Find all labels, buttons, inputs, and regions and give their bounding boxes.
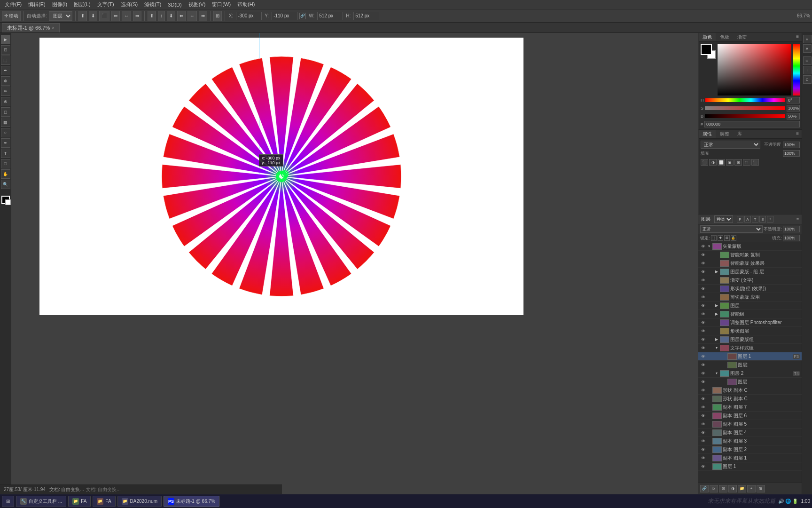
transform-center-handle[interactable] [281, 170, 289, 178]
layers-filter-select[interactable]: 种类 [714, 215, 733, 223]
layer-item[interactable]: 👁副本 图层 5 [698, 420, 802, 429]
layer-item[interactable]: 👁智能对象 复制 [698, 251, 802, 259]
distribute-left[interactable]: ⬅ [177, 11, 186, 21]
tool-dodge[interactable]: ○ [1, 128, 10, 137]
hue-slider-horizontal[interactable] [705, 98, 786, 102]
hue-slider-vertical[interactable] [793, 44, 800, 95]
layer-delete-btn[interactable]: 🗑 [757, 485, 765, 492]
layer-item[interactable]: 👁▾矢量蒙版 [698, 242, 802, 251]
prop-tool-5[interactable]: ⊞ [734, 159, 742, 166]
align-right[interactable]: ➡ [133, 11, 141, 21]
layer-visibility[interactable]: 👁 [700, 455, 706, 461]
distribute-hcenter[interactable]: ↔ [187, 11, 197, 21]
align-hcenter[interactable]: ↔ [122, 11, 131, 21]
sat-value-input[interactable]: 100% [787, 105, 800, 111]
tab-close-btn[interactable]: × [52, 25, 54, 30]
props-panel-menu[interactable]: ≡ [793, 130, 802, 138]
tool-lasso[interactable]: ⊡ [1, 45, 10, 55]
layer-item[interactable]: 👁▶智能组 [698, 310, 802, 318]
lock-pos-btn[interactable]: ✚ [718, 235, 723, 241]
layer-item[interactable]: 👁渐变 (文字) [698, 276, 802, 285]
bright-slider[interactable] [705, 114, 785, 118]
menu-view[interactable]: 视图(V) [186, 0, 209, 8]
fill-value[interactable]: 100% [783, 150, 800, 157]
layer-expand-arrow[interactable]: ▾ [714, 371, 719, 376]
transform-h-input[interactable]: 512 px [353, 12, 379, 20]
layer-item[interactable]: 👁▶图层蒙版 - 组 层 [698, 268, 802, 276]
background-color[interactable] [5, 199, 11, 205]
tool-zoom[interactable]: 🔍 [1, 180, 10, 189]
hue-value-input[interactable]: 0° [787, 97, 800, 103]
layer-mask-btn[interactable]: ⊡ [719, 485, 727, 492]
start-button[interactable]: ⊞ [2, 496, 14, 507]
layer-visibility[interactable]: 👁 [700, 320, 706, 325]
layer-item[interactable]: 👁形状图层 [698, 327, 802, 335]
layer-visibility[interactable]: 👁 [700, 261, 706, 266]
tool-eraser[interactable]: ◻ [1, 107, 10, 117]
tool-select[interactable]: ▶ [1, 35, 10, 44]
layer-item[interactable]: 👁副本 图层 6 [698, 412, 802, 420]
blend-opacity-value[interactable]: 100% [783, 142, 800, 148]
arrange-btn[interactable]: ⊞ [213, 11, 222, 21]
layer-visibility[interactable]: 👁 [700, 244, 706, 249]
layer-visibility[interactable]: 👁 [700, 328, 706, 334]
align-top[interactable]: ⬆ [78, 11, 87, 21]
transform-y-input[interactable]: -110 px [272, 12, 297, 20]
menu-3d[interactable]: 3D(D) [165, 1, 184, 8]
layer-item[interactable]: 👁形状 副本 C [698, 386, 802, 395]
layer-visibility[interactable]: 👁 [700, 388, 706, 393]
align-bottom[interactable]: ⬛ [99, 11, 109, 21]
layer-new-btn[interactable]: + [747, 485, 756, 492]
tool-move[interactable]: ✛ 移动 [2, 11, 21, 21]
layer-visibility[interactable]: 👁 [700, 396, 706, 402]
actions-btn[interactable]: A [803, 44, 812, 53]
distribute-right[interactable]: ➡ [199, 11, 207, 21]
align-left[interactable]: ⬅ [111, 11, 120, 21]
canvas-area[interactable]: x: -300 px y: -110 px [11, 33, 698, 494]
layer-filter-adj[interactable]: A [744, 216, 751, 222]
layer-folder-btn[interactable]: 📁 [738, 485, 746, 492]
distribute-top[interactable]: ⬆ [148, 11, 156, 21]
lock-px-btn[interactable]: ⬚ [711, 235, 717, 241]
layer-item[interactable]: 👁图层 1 [698, 462, 802, 471]
link-transform-icon[interactable]: 🔗 [299, 13, 306, 19]
layer-visibility[interactable]: 👁 [700, 371, 706, 376]
layer-item[interactable]: 👁形状 副本 C [698, 395, 802, 403]
sys-icon-2[interactable]: 🌐 [785, 499, 791, 504]
tool-hand[interactable]: ✋ [1, 169, 10, 179]
lock-artboard-btn[interactable]: ⊞ [724, 235, 730, 241]
prop-tool-4[interactable]: ▣ [726, 159, 734, 166]
layer-item[interactable]: 👁图层 [698, 378, 802, 386]
layer-item[interactable]: 👁形状(路径 (效果)) [698, 285, 802, 293]
layer-visibility[interactable]: 👁 [700, 421, 706, 427]
layer-visibility[interactable]: 👁 [700, 447, 706, 452]
layer-item[interactable]: 👁▾文字样式组 [698, 344, 802, 352]
layer-visibility[interactable]: 👁 [700, 278, 706, 283]
layer-visibility[interactable]: 👁 [700, 464, 706, 469]
layer-visibility[interactable]: 👁 [700, 252, 706, 258]
menu-image[interactable]: 图像(I) [49, 0, 70, 8]
taskbar-item-ps[interactable]: PS 未标题-1 @ 66.7% [164, 496, 219, 507]
layer-visibility[interactable]: 👁 [700, 303, 706, 309]
layer-visibility[interactable]: 👁 [700, 345, 706, 351]
tool-crop[interactable]: ⬚ [1, 56, 10, 65]
tool-pen[interactable]: ✒ [1, 138, 10, 148]
layer-visibility[interactable]: 👁 [700, 294, 706, 300]
opacity-input[interactable]: 100% [783, 226, 800, 232]
layer-visibility[interactable]: 👁 [700, 438, 706, 444]
tool-heal[interactable]: ⊕ [1, 76, 10, 86]
menu-filter[interactable]: 滤镜(T) [141, 0, 164, 8]
layer-adj-btn[interactable]: ◑ [728, 485, 737, 492]
layer-item[interactable]: 👁▶图层 [698, 302, 802, 310]
layer-expand-arrow[interactable]: ▾ [707, 244, 711, 249]
sat-slider[interactable] [705, 106, 785, 110]
tool-eyedropper[interactable]: ✒ [1, 66, 10, 75]
layer-visibility[interactable]: 👁 [700, 405, 706, 410]
layer-item[interactable]: 👁▾图层 2T4 [698, 369, 802, 378]
layer-visibility[interactable]: 👁 [700, 311, 706, 317]
layer-visibility[interactable]: 👁 [700, 286, 706, 292]
lock-all-btn[interactable]: 🔒 [731, 235, 736, 241]
tool-text[interactable]: T [1, 149, 10, 158]
layer-item[interactable]: 👁副本 图层 4 [698, 429, 802, 437]
navigator-btn[interactable]: ⊕ [803, 56, 812, 65]
